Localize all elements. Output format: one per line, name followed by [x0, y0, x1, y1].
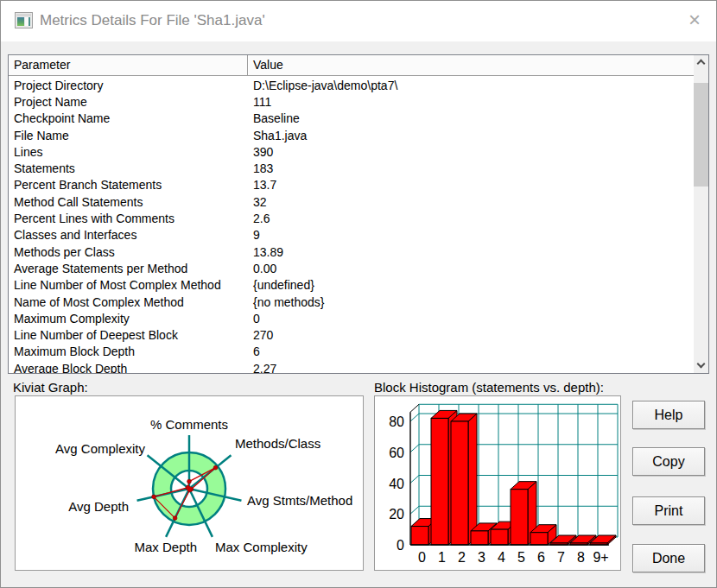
parameter-cell: Project Name [9, 95, 248, 109]
kiviat-axis-label: Avg Stmts/Method [247, 493, 352, 508]
table-row[interactable]: Maximum Block Depth6 [9, 344, 694, 360]
parameter-cell: Project Directory [9, 79, 248, 92]
histogram-ytick-label: 20 [389, 507, 404, 522]
chevron-up-icon [697, 60, 706, 68]
histogram-ytick-label: 60 [389, 446, 404, 460]
app-window-icon [15, 12, 33, 28]
parameter-cell: Checkpoint Name [9, 111, 248, 125]
table-row[interactable]: Method Call Statements32 [9, 193, 694, 210]
table-header: Parameter Value [9, 55, 694, 76]
value-cell: 2.27 [248, 362, 694, 373]
kiviat-graph: % CommentsMethods/ClassAvg Stmts/MethodM… [16, 396, 363, 570]
table-row[interactable]: File NameSha1.java [9, 127, 694, 143]
table-row[interactable]: Maximum Complexity0 [9, 310, 694, 326]
table-row[interactable]: Percent Branch Statements13.7 [9, 177, 694, 193]
parameter-cell: Percent Branch Statements [9, 178, 248, 192]
copy-button[interactable]: Copy [632, 447, 705, 476]
value-cell: {no methods} [248, 295, 694, 309]
block-histogram-chart: 0204060800123456789+ [375, 396, 620, 570]
table-row[interactable]: Line Number of Most Complex Method{undef… [9, 277, 694, 294]
scrollbar-thumb[interactable] [694, 83, 708, 187]
table-row[interactable]: Classes and Interfaces9 [9, 227, 694, 243]
table-row[interactable]: Lines390 [9, 143, 694, 160]
parameter-cell: Average Statements per Method [9, 262, 248, 275]
value-cell: 390 [248, 145, 694, 159]
value-cell: 13.7 [248, 178, 694, 192]
histogram-xtick-label: 3 [478, 550, 485, 565]
table-row[interactable]: Line Number of Deepest Block270 [9, 326, 694, 343]
value-cell: 0 [248, 312, 694, 326]
table-row[interactable]: Percent Lines with Comments2.6 [9, 210, 694, 226]
parameter-cell: Method Call Statements [9, 195, 248, 209]
parameter-cell: Lines [9, 145, 248, 159]
value-cell: 13.89 [248, 245, 694, 259]
histogram-xtick-label: 2 [458, 550, 466, 565]
histogram-xtick-label: 1 [438, 550, 446, 565]
column-header-value[interactable]: Value [248, 55, 694, 75]
print-button[interactable]: Print [632, 496, 705, 525]
chevron-down-icon [697, 360, 706, 369]
value-cell: 183 [248, 161, 694, 175]
parameter-cell: Classes and Interfaces [9, 228, 248, 242]
parameter-cell: Line Number of Most Complex Method [9, 278, 248, 292]
metrics-details-dialog: Metrics Details For File 'Sha1.java' × P… [0, 0, 717, 588]
kiviat-axis-label: Avg Depth [68, 499, 129, 514]
parameter-cell: Name of Most Complex Method [9, 295, 248, 309]
done-button[interactable]: Done [632, 544, 705, 572]
scroll-up-button[interactable] [694, 55, 708, 70]
value-cell: 9 [248, 228, 694, 242]
kiviat-graph-panel: % CommentsMethods/ClassAvg Stmts/MethodM… [15, 395, 364, 571]
table-row[interactable]: Methods per Class13.89 [9, 243, 694, 260]
histogram-xtick-label: 8 [577, 550, 585, 565]
window-title: Metrics Details For File 'Sha1.java' [40, 12, 265, 29]
table-scrollbar[interactable] [694, 55, 708, 373]
parameter-cell: Line Number of Deepest Block [9, 328, 248, 342]
help-button[interactable]: Help [632, 401, 705, 429]
histogram-xtick-label: 5 [517, 550, 525, 565]
parameter-cell: Average Block Depth [9, 362, 248, 373]
column-header-parameter[interactable]: Parameter [9, 55, 248, 75]
kiviat-graph-label: Kiviat Graph: [13, 380, 88, 395]
value-cell: Baseline [248, 111, 694, 125]
parameter-cell: File Name [9, 129, 248, 142]
table-body: Project DirectoryD:\Eclipse-java\demo\pt… [9, 77, 694, 373]
value-cell: {undefined} [248, 278, 694, 292]
table-row[interactable]: Average Statements per Method0.00 [9, 260, 694, 276]
histogram-xtick-label: 0 [418, 550, 426, 565]
metrics-table: Parameter Value Project DirectoryD:\Ecli… [8, 54, 709, 374]
value-cell: D:\Eclipse-java\demo\pta7\ [248, 79, 694, 92]
kiviat-axis-label: Avg Complexity [55, 441, 145, 456]
value-cell: Sha1.java [248, 129, 694, 142]
table-row[interactable]: Checkpoint NameBaseline [9, 111, 694, 127]
table-row[interactable]: Project Name111 [9, 93, 694, 110]
value-cell: 0.00 [248, 262, 694, 275]
close-icon[interactable]: × [682, 8, 707, 32]
block-histogram-panel: 0204060800123456789+ [374, 395, 621, 571]
table-row[interactable]: Statements183 [9, 160, 694, 176]
histogram-ytick-label: 80 [389, 414, 404, 429]
table-row[interactable]: Name of Most Complex Method{no methods} [9, 294, 694, 310]
table-row[interactable]: Average Block Depth2.27 [9, 360, 694, 373]
table-row[interactable]: Project DirectoryD:\Eclipse-java\demo\pt… [9, 77, 694, 93]
value-cell: 6 [248, 345, 694, 358]
block-histogram-label: Block Histogram (statements vs. depth): [374, 380, 604, 395]
parameter-cell: Methods per Class [9, 245, 248, 259]
histogram-xtick-label: 4 [498, 550, 505, 565]
kiviat-axis-label: % Comments [150, 417, 228, 432]
parameter-cell: Statements [9, 161, 248, 175]
value-cell: 2.6 [248, 212, 694, 225]
value-cell: 270 [248, 328, 694, 342]
histogram-ytick-label: 0 [397, 538, 404, 553]
parameter-cell: Percent Lines with Comments [9, 212, 248, 225]
parameter-cell: Maximum Block Depth [9, 345, 248, 358]
scroll-down-button[interactable] [694, 358, 708, 373]
histogram-xtick-label: 6 [537, 550, 545, 565]
kiviat-axis-label: Max Complexity [215, 540, 308, 554]
parameter-cell: Maximum Complexity [9, 312, 248, 326]
histogram-xtick-label: 7 [557, 550, 565, 565]
value-cell: 32 [248, 195, 694, 209]
histogram-ytick-label: 40 [389, 477, 404, 491]
value-cell: 111 [248, 95, 694, 109]
kiviat-axis-label: Methods/Class [235, 436, 320, 451]
kiviat-axis-label: Max Depth [134, 540, 197, 554]
